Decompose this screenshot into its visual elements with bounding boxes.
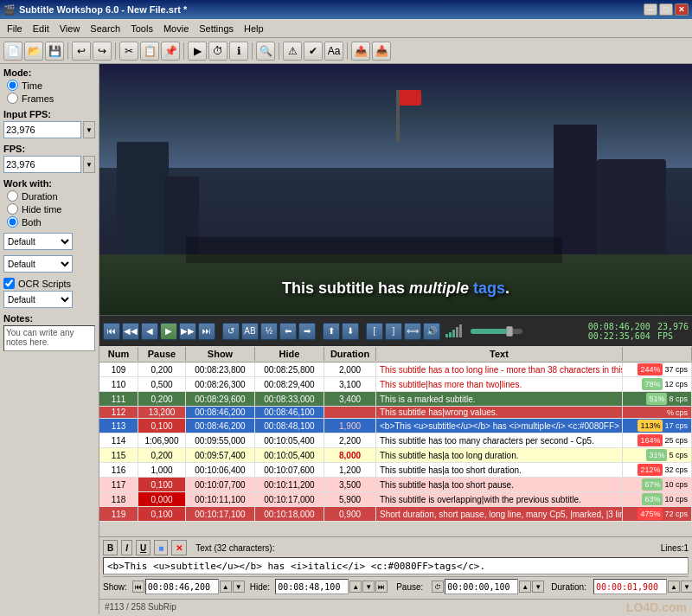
new-button[interactable]: 📄 [3, 42, 22, 61]
fps-input[interactable] [3, 156, 81, 173]
row-show: 00:10:11,100 [186, 492, 255, 506]
dropdown1-select[interactable]: Default [3, 233, 73, 250]
info-button[interactable]: ℹ [229, 42, 248, 61]
menu-help[interactable]: Help [239, 22, 269, 35]
pause-label: Pause: [396, 582, 423, 592]
both-radio[interactable]: Both [7, 216, 95, 228]
transport-slow-btn[interactable]: ½ [260, 323, 278, 340]
open-button[interactable]: 📂 [24, 42, 43, 61]
input-fps-input[interactable] [3, 121, 81, 138]
col-num: Num [99, 347, 138, 361]
menu-file[interactable]: File [2, 22, 28, 35]
close-button[interactable]: ✕ [675, 3, 689, 16]
volume-slider[interactable] [471, 329, 522, 334]
table-row[interactable]: 112 13,200 00:08:46,200 00:08:46,100 Thi… [99, 407, 692, 419]
copy-button[interactable]: 📋 [140, 42, 159, 61]
hide-up-btn[interactable]: ▲ [349, 581, 362, 593]
text-edit-input[interactable] [103, 557, 689, 574]
bold-button[interactable]: B [103, 540, 118, 555]
show-down-btn[interactable]: ▼ [233, 581, 245, 593]
paste-button[interactable]: 📌 [161, 42, 180, 61]
play-button[interactable]: ▶ [188, 42, 207, 61]
hide-next-btn[interactable]: ⏭ [375, 581, 388, 593]
import-button[interactable]: 📥 [372, 42, 391, 61]
duration-radio[interactable]: Duration [7, 190, 95, 202]
check-button[interactable]: ✔ [304, 42, 323, 61]
find-button[interactable]: 🔍 [256, 42, 275, 61]
transport-rewind-btn[interactable]: ⏮ [103, 323, 120, 340]
spell-button[interactable]: Aa [324, 42, 343, 61]
transport-set-out-btn[interactable]: ] [385, 323, 402, 340]
transport-play-btn[interactable]: ▶ [160, 323, 177, 340]
table-row[interactable]: 114 1:06,900 00:09:55,000 00:10:05,400 2… [99, 433, 692, 448]
row-pause: 1:06,900 [138, 433, 186, 447]
ocr-checkbox-label[interactable]: OCR Scripts [3, 278, 95, 289]
transport-sub-fwd-btn[interactable]: ⬇ [342, 323, 359, 340]
export-button[interactable]: 📤 [351, 42, 370, 61]
dropdown1-section: Default [3, 233, 95, 250]
show-prev-btn[interactable]: ⏮ [132, 581, 144, 593]
underline-button[interactable]: U [136, 540, 151, 555]
fps-dropdown-btn[interactable]: ▼ [83, 156, 95, 173]
table-row[interactable]: 115 0,200 00:09:57,400 00:10:05,400 8,00… [99, 448, 692, 463]
table-row[interactable]: 113 0,100 00:08:46,200 00:08:48,100 1,90… [99, 419, 692, 433]
duration-down-btn[interactable]: ▼ [681, 581, 692, 593]
duration-up-btn[interactable]: ▲ [668, 581, 680, 593]
table-row[interactable]: 116 1,000 00:10:06,400 00:10:07,600 1,20… [99, 463, 692, 478]
status-position: #113 / 258 SubRip [105, 602, 176, 612]
menu-settings[interactable]: Settings [194, 22, 239, 35]
duration-input[interactable] [593, 579, 667, 594]
menu-view[interactable]: View [54, 22, 86, 35]
transport-frame-prev-btn[interactable]: ⬅ [279, 323, 297, 340]
notes-area[interactable]: You can write any notes here. [3, 325, 95, 351]
minimize-button[interactable]: ─ [644, 3, 657, 16]
hide-input[interactable] [275, 579, 349, 594]
show-input[interactable] [145, 579, 219, 594]
table-row[interactable]: 110 0,500 00:08:26,300 00:08:29,400 3,10… [99, 377, 692, 392]
sync-button[interactable]: ⏱ [208, 42, 227, 61]
table-row[interactable]: 117 0,100 00:10:07,700 00:10:11,200 3,50… [99, 478, 692, 492]
hide-time-radio[interactable]: Hide time [7, 203, 95, 215]
transport-end-btn[interactable]: ⏭ [198, 323, 215, 340]
volume-thumb[interactable] [506, 326, 513, 337]
maximize-button[interactable]: □ [659, 3, 673, 16]
warning-button[interactable]: ⚠ [283, 42, 302, 61]
color-button[interactable]: ■ [154, 540, 168, 555]
menu-search[interactable]: Search [85, 22, 125, 35]
transport-fwd-btn[interactable]: ▶▶ [179, 323, 196, 340]
time-radio[interactable]: Time [7, 80, 95, 91]
italic-button[interactable]: I [121, 540, 132, 555]
table-row[interactable]: 109 0,200 00:08:23,800 00:08:25,800 2,00… [99, 363, 692, 377]
transport-set-in-btn[interactable]: [ [366, 323, 383, 340]
transport-sub-prev-btn[interactable]: ⬆ [323, 323, 340, 340]
menu-tools[interactable]: Tools [125, 22, 158, 35]
cut-button[interactable]: ✂ [119, 42, 138, 61]
dropdown2-select[interactable]: Default [3, 255, 73, 273]
redo-button[interactable]: ↪ [93, 42, 112, 61]
transport-ab-btn[interactable]: AB [241, 323, 259, 340]
menu-movie[interactable]: Movie [158, 22, 194, 35]
transport-frame-fwd-btn[interactable]: ➡ [298, 323, 316, 340]
pause-down-btn[interactable]: ▼ [532, 581, 544, 593]
show-up-btn[interactable]: ▲ [220, 581, 232, 593]
transport-vol-btn[interactable]: 🔊 [423, 323, 440, 340]
table-row[interactable]: 111 0,200 00:08:29,600 00:08:33,000 3,40… [99, 392, 692, 407]
table-row[interactable]: 118 0,000 00:10:11,100 00:10:17,000 5,90… [99, 492, 692, 507]
save-button[interactable]: 💾 [45, 42, 64, 61]
transport-extend-btn[interactable]: ⟺ [404, 323, 421, 340]
pause-input[interactable] [445, 579, 518, 594]
input-fps-dropdown-btn[interactable]: ▼ [83, 121, 95, 138]
mode-radio-group: Time Frames [7, 80, 95, 104]
transport-loop-btn[interactable]: ↺ [222, 323, 240, 340]
delete-text-button[interactable]: ✕ [171, 540, 187, 555]
dropdown3-select[interactable]: Default [3, 291, 73, 308]
transport-back-btn[interactable]: ◀ [141, 323, 158, 340]
undo-button[interactable]: ↩ [72, 42, 91, 61]
ocr-checkbox[interactable] [3, 278, 15, 289]
table-row[interactable]: 119 0,100 00:10:17,100 00:10:18,000 0,90… [99, 507, 692, 522]
hide-down-btn[interactable]: ▼ [362, 581, 375, 593]
transport-prev-btn[interactable]: ◀◀ [122, 323, 139, 340]
frames-radio[interactable]: Frames [7, 93, 95, 104]
menu-edit[interactable]: Edit [28, 22, 54, 35]
pause-up-btn[interactable]: ▲ [519, 581, 531, 593]
